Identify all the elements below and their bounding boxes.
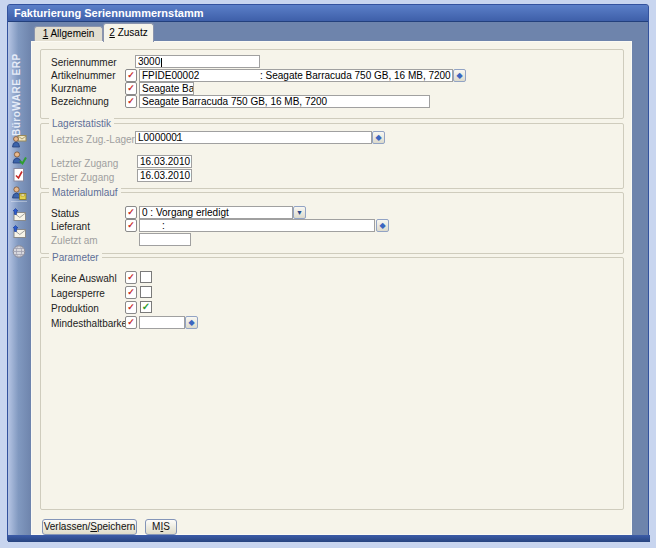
erster-zugang-input[interactable]: 16.03.2010 /Di bbox=[137, 169, 192, 182]
materialumlauf-title: Materialumlauf bbox=[49, 187, 121, 198]
globe-icon[interactable] bbox=[11, 243, 27, 259]
seriennummer-value: 3000 bbox=[138, 56, 160, 67]
letzter-zugang-label: Letzter Zugang bbox=[51, 158, 118, 169]
letztes-zug-lager-spinner-button[interactable]: ◆ bbox=[372, 131, 385, 144]
keine-auswahl-check-button[interactable]: ✓ bbox=[125, 271, 137, 284]
produktion-check-button[interactable]: ✓ bbox=[125, 301, 137, 314]
artikelnummer-label: Artikelnummer bbox=[51, 70, 115, 81]
verlassen-speichern-button[interactable]: Verlassen/Speichern bbox=[42, 519, 137, 535]
letzter-zugang-input[interactable]: 16.03.2010 /Di bbox=[137, 155, 192, 168]
contact-save-icon[interactable] bbox=[11, 185, 27, 201]
tab-allgemein-label: Allgemein bbox=[48, 28, 94, 39]
kurzname-check-button[interactable]: ✓ bbox=[125, 82, 137, 95]
mis-button[interactable]: MIS bbox=[145, 519, 177, 535]
tab-zusatz-label: Zusatz bbox=[115, 27, 148, 38]
lagerstatistik-title: Lagerstatistik bbox=[49, 118, 114, 129]
lieferant-input[interactable]: : bbox=[139, 219, 375, 232]
artikelnummer-code: FPIDE00002 bbox=[142, 70, 199, 81]
letztes-zug-lager-label: Letztes Zug.-Lager bbox=[51, 134, 135, 145]
status-check-button[interactable]: ✓ bbox=[125, 206, 137, 219]
seriennummer-label: Seriennummer bbox=[51, 57, 117, 68]
window-title: Fakturierung Seriennummernstamm bbox=[14, 7, 204, 19]
status-label: Status bbox=[51, 208, 79, 219]
artikelnummer-check-button[interactable]: ✓ bbox=[125, 69, 137, 82]
mindesthaltbarkeit-check-button[interactable]: ✓ bbox=[125, 316, 137, 329]
bezeichnung-check-button[interactable]: ✓ bbox=[125, 95, 137, 108]
tab-allgemein[interactable]: 1 Allgemein bbox=[34, 26, 103, 41]
bezeichnung-label: Bezeichnung bbox=[51, 96, 109, 107]
lieferant-sep: : bbox=[162, 220, 165, 231]
artikelnummer-input[interactable]: FPIDE00002 : Seagate Barracuda 750 GB, 1… bbox=[139, 69, 453, 82]
mindesthaltbarkeit-input[interactable] bbox=[139, 316, 185, 329]
artikelnummer-spinner-button[interactable]: ◆ bbox=[453, 69, 466, 82]
artikelnummer-desc: : Seagate Barracuda 750 GB, 16 MB, 7200 bbox=[260, 70, 451, 81]
save-button-text-post: peichern bbox=[97, 521, 135, 532]
lieferant-check-button[interactable]: ✓ bbox=[125, 219, 137, 232]
document-check-icon[interactable] bbox=[11, 167, 27, 183]
letztes-zug-lager-input[interactable]: L0000001 : bbox=[135, 131, 372, 144]
erster-zugang-label: Erster Zugang bbox=[51, 172, 114, 183]
keine-auswahl-label: Keine Auswahl bbox=[51, 273, 117, 284]
mail-send-icon[interactable] bbox=[11, 208, 27, 224]
mail-send-icon-2[interactable] bbox=[11, 225, 27, 241]
zuletzt-am-label: Zuletzt am bbox=[51, 235, 98, 246]
status-combobox[interactable]: 0 : Vorgang erledigt bbox=[139, 206, 293, 219]
save-button-accel: S bbox=[90, 521, 97, 532]
desktop-frame: Fakturierung Seriennummernstamm BüroWARE… bbox=[0, 0, 656, 548]
app-window: Fakturierung Seriennummernstamm BüroWARE… bbox=[7, 4, 649, 541]
mindesthaltbarkeit-label: Mindesthaltbarkeit bbox=[51, 318, 132, 329]
mindesthaltbarkeit-spinner-button[interactable]: ◆ bbox=[185, 316, 198, 329]
zuletzt-am-input[interactable] bbox=[139, 233, 191, 246]
keine-auswahl-checkbox[interactable] bbox=[140, 271, 152, 283]
contact-check-icon[interactable] bbox=[11, 150, 27, 166]
contact-mail-icon[interactable] bbox=[11, 133, 27, 149]
produktion-label: Produktion bbox=[51, 303, 99, 314]
lagersperre-checkbox[interactable] bbox=[140, 286, 152, 298]
status-dropdown-button[interactable]: ▼ bbox=[293, 206, 306, 219]
tab-content-panel: Seriennummer Artikelnummer Kurzname Beze… bbox=[31, 41, 632, 535]
lagersperre-label: Lagersperre bbox=[51, 288, 105, 299]
letztes-zug-lager-sep: : bbox=[176, 132, 179, 143]
save-button-text-pre: Verlassen/ bbox=[44, 521, 91, 532]
mis-button-text-post: S bbox=[163, 521, 170, 532]
sidebar: BüroWARE ERP bbox=[8, 22, 31, 535]
lagersperre-check-button[interactable]: ✓ bbox=[125, 286, 137, 299]
window-titlebar[interactable]: Fakturierung Seriennummernstamm bbox=[8, 5, 648, 22]
lieferant-label: Lieferant bbox=[51, 221, 90, 232]
bezeichnung-input[interactable]: Seagate Barracuda 750 GB, 16 MB, 7200 bbox=[139, 95, 430, 108]
seriennummer-input[interactable]: 3000 bbox=[135, 55, 260, 68]
kurzname-label: Kurzname bbox=[51, 83, 97, 94]
icon-group-divider bbox=[11, 201, 27, 202]
parameter-title: Parameter bbox=[49, 252, 102, 263]
tab-zusatz[interactable]: 2 Zusatz bbox=[103, 23, 154, 42]
text-caret bbox=[161, 58, 162, 67]
kurzname-input[interactable]: Seagate Ba bbox=[139, 82, 194, 95]
brand-logo: BüroWARE ERP bbox=[11, 46, 27, 136]
produktion-checkbox[interactable]: ✓ bbox=[140, 301, 152, 313]
window-bottom-bar bbox=[8, 535, 650, 542]
lieferant-spinner-button[interactable]: ◆ bbox=[376, 219, 389, 232]
